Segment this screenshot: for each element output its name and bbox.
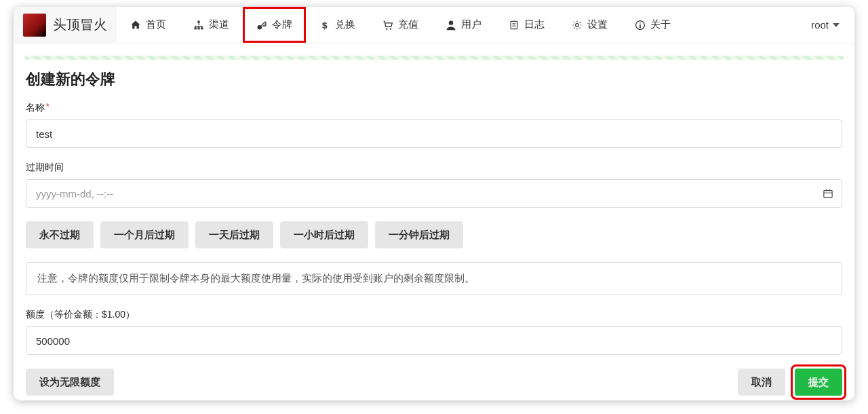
nav-log[interactable]: 日志	[495, 7, 558, 43]
navbar: 头顶冒火 首页 渠道 令牌 $ 兑换 充值	[14, 7, 854, 43]
svg-point-15	[639, 22, 641, 24]
nav-home[interactable]: 首页	[117, 7, 180, 43]
svg-rect-1	[195, 27, 197, 29]
gear-icon	[572, 20, 583, 31]
expire-minute-button[interactable]: 一分钟后过期	[375, 221, 463, 248]
svg-point-7	[390, 28, 391, 29]
nav-list: 首页 渠道 令牌 $ 兑换 充值 用户	[117, 7, 796, 43]
quota-info: 注意，令牌的额度仅用于限制令牌本身的最大额度使用量，实际的使用受到账户的剩余额度…	[26, 262, 842, 295]
expire-input[interactable]	[26, 179, 842, 208]
nav-redeem[interactable]: $ 兑换	[306, 7, 369, 43]
nav-channel[interactable]: 渠道	[180, 7, 243, 43]
nav-label: 关于	[650, 18, 671, 31]
svg-rect-2	[197, 27, 199, 29]
nav-label: 首页	[146, 18, 166, 31]
svg-rect-3	[201, 27, 203, 29]
user-menu[interactable]: root	[796, 7, 854, 43]
nav-label: 用户	[461, 18, 481, 31]
user-name: root	[811, 19, 829, 31]
nav-token[interactable]: 令牌	[243, 7, 306, 43]
expire-hour-button[interactable]: 一小时后过期	[280, 221, 368, 248]
cancel-button[interactable]: 取消	[738, 369, 785, 396]
chevron-down-icon	[833, 23, 840, 27]
nav-label: 设置	[587, 18, 608, 31]
svg-point-6	[386, 28, 387, 29]
info-icon	[635, 20, 646, 31]
brand-logo	[23, 14, 46, 37]
expire-presets: 永不过期 一个月后过期 一天后过期 一小时后过期 一分钟后过期	[26, 221, 842, 248]
nav-user[interactable]: 用户	[432, 7, 495, 43]
expire-day-button[interactable]: 一天后过期	[195, 221, 273, 248]
nav-label: 令牌	[272, 18, 292, 31]
nav-setting[interactable]: 设置	[558, 7, 621, 43]
svg-point-4	[258, 25, 262, 29]
key-icon	[256, 20, 267, 31]
brand[interactable]: 头顶冒火	[14, 7, 117, 43]
expire-never-button[interactable]: 永不过期	[26, 221, 94, 248]
form-create-token: 创建新的令牌 名称 过期时间 永不过期 一个月后过期 一天后过期 一小时后过期 …	[14, 60, 854, 400]
sitemap-icon	[193, 20, 204, 31]
nav-label: 渠道	[209, 18, 229, 31]
name-input[interactable]	[26, 119, 842, 148]
nav-label: 充值	[398, 18, 418, 31]
form-footer: 设为无限额度 取消 提交	[26, 369, 842, 396]
page-title: 创建新的令牌	[26, 69, 842, 90]
brand-title: 头顶冒火	[53, 16, 107, 34]
unlimited-quota-button[interactable]: 设为无限额度	[26, 369, 114, 396]
quota-label: 额度（等价金额：$1.00）	[26, 309, 842, 321]
svg-text:$: $	[322, 20, 328, 30]
user-icon	[446, 20, 456, 31]
dollar-icon: $	[319, 20, 330, 31]
nav-about[interactable]: 关于	[621, 7, 684, 43]
svg-rect-0	[197, 20, 199, 22]
svg-rect-16	[639, 24, 641, 28]
nav-topup[interactable]: 充值	[369, 7, 432, 43]
svg-point-13	[576, 23, 579, 26]
nav-label: 日志	[524, 18, 545, 31]
svg-point-8	[449, 20, 453, 24]
book-icon	[509, 20, 519, 31]
cart-icon	[382, 20, 393, 31]
home-icon	[130, 20, 141, 31]
expire-month-button[interactable]: 一个月后过期	[100, 221, 189, 248]
expire-label: 过期时间	[26, 162, 842, 174]
submit-button[interactable]: 提交	[795, 369, 842, 396]
nav-label: 兑换	[335, 18, 355, 31]
name-label: 名称	[26, 102, 842, 114]
quota-input[interactable]	[26, 326, 842, 355]
